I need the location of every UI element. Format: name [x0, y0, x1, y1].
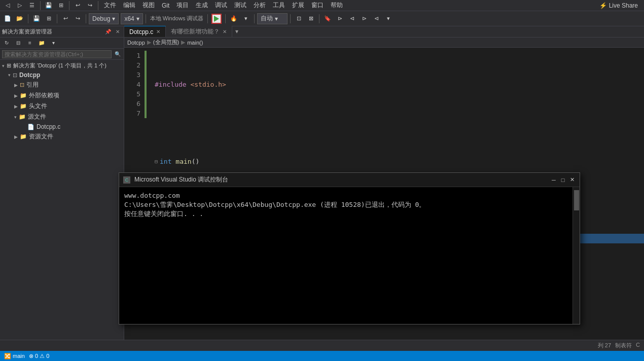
breadcrumb-sep1: ▶ — [147, 39, 151, 46]
console-minimize-btn[interactable]: ─ — [550, 176, 557, 184]
console-scrollbar[interactable] — [573, 187, 580, 324]
menu-icon-save[interactable]: 💾 — [43, 0, 54, 11]
bottom-bar-right: 列 27 制表符 C — [598, 342, 640, 349]
tb-nav1[interactable]: ⊳ — [334, 13, 345, 24]
tb-nav3[interactable]: ⊳ — [359, 13, 370, 24]
menu-edit[interactable]: 编辑 — [120, 0, 138, 11]
solution-icon: ⊞ — [7, 62, 11, 69]
tb-nav4[interactable]: ⊲ — [371, 13, 382, 24]
collapse-btn-3[interactable]: ⊟ — [155, 157, 158, 166]
tab-dotcpp-close[interactable]: ✕ — [156, 29, 160, 34]
menu-extensions[interactable]: 扩展 — [289, 0, 307, 11]
console-maximize-btn[interactable]: □ — [559, 176, 566, 184]
console-scroll-thumb[interactable] — [574, 190, 579, 210]
menu-tools[interactable]: 工具 — [270, 0, 288, 11]
breadcrumb-symbol[interactable]: main() — [187, 40, 203, 46]
tb-profiler[interactable]: ⊠ — [305, 13, 316, 24]
se-dotcpp-label: Dotcpp.c — [37, 123, 60, 130]
tb-more1[interactable]: ▾ — [240, 13, 252, 24]
menu-help[interactable]: 帮助 — [328, 0, 346, 11]
se-tb-filter[interactable]: ≡ — [24, 38, 35, 49]
se-search-icon[interactable]: 🔍 — [114, 50, 122, 58]
tsep8 — [290, 14, 291, 23]
status-bar: 🔀 main ⊗ 0 ⚠ 0 — [0, 351, 644, 361]
se-project-label: Dotcpp — [19, 71, 40, 79]
code-line-3: ⊟ int main() — [155, 157, 644, 166]
menu-project[interactable]: 项目 — [173, 0, 192, 11]
platform-dropdown[interactable]: x64 ▾ — [121, 13, 142, 24]
tab-dotcpp-label: Dotcpp.c — [129, 28, 153, 35]
se-res-label: 资源文件 — [29, 132, 53, 141]
extdep-folder-icon: 📁 — [20, 92, 27, 99]
menu-window[interactable]: 窗口 — [308, 0, 327, 11]
tb-saveall2[interactable]: ⊞ — [43, 13, 54, 24]
menu-icon-back[interactable]: ◁ — [2, 0, 13, 11]
tb-undo2[interactable]: ↩ — [60, 13, 71, 24]
se-search-input[interactable] — [2, 50, 112, 58]
se-item-headers[interactable]: ▶ 📁 头文件 — [0, 101, 124, 112]
menu-icon-saveall[interactable]: ⊞ — [55, 0, 66, 11]
live-share-btn[interactable]: ⚡ Live Share — [595, 2, 642, 9]
se-item-sources[interactable]: ▾ 📁 源文件 — [0, 112, 124, 122]
console-app-icon-inner: C — [125, 177, 129, 183]
ref-folder-icon: ⊡ — [20, 82, 24, 88]
menu-file[interactable]: 文件 — [101, 0, 119, 11]
menu-build[interactable]: 生成 — [193, 0, 211, 11]
debug-dropdown[interactable]: Debug ▾ — [89, 13, 119, 24]
run-button[interactable] — [210, 13, 223, 25]
se-tb-collapse[interactable]: ⊟ — [13, 38, 24, 49]
se-solution-label: 解决方案 'Dotcpp' (1 个项目，共 1 个) — [13, 62, 106, 69]
header-folder-icon: 📁 — [20, 103, 27, 110]
include-file: <stdio.h> — [190, 80, 226, 89]
menu-icon-redo[interactable]: ↪ — [84, 0, 95, 11]
menu-analyze[interactable]: 分析 — [251, 0, 269, 11]
tb-savefile[interactable]: 💾 — [31, 13, 42, 24]
breadcrumb-scope[interactable]: (全局范围) — [153, 39, 179, 46]
hotreload-icon[interactable]: 🔥 — [228, 13, 239, 24]
se-item-extdeps[interactable]: ▶ 📁 外部依赖项 — [0, 90, 124, 101]
menu-debug[interactable]: 调试 — [212, 0, 230, 11]
tb-newfile[interactable]: 📄 — [2, 13, 13, 24]
menu-git[interactable]: Git — [159, 1, 172, 10]
sep1 — [40, 1, 41, 10]
tab-more-btn[interactable]: ▾ — [232, 26, 241, 37]
tab-whatsnew[interactable]: 有哪些新增功能？ ✕ — [166, 26, 232, 37]
menu-icon-undo[interactable]: ↩ — [72, 0, 83, 11]
se-item-dotcpp[interactable]: 📄 Dotcpp.c — [0, 122, 124, 131]
se-pin-icon[interactable]: 📌 — [104, 28, 112, 36]
menu-icon-forward[interactable]: ▷ — [14, 0, 25, 11]
menu-test[interactable]: 测试 — [231, 0, 249, 11]
se-close-icon[interactable]: ✕ — [114, 28, 122, 36]
tab-whatsnew-close[interactable]: ✕ — [223, 29, 227, 34]
se-tb-more[interactable]: ▾ — [48, 38, 59, 49]
auto-dropdown[interactable]: 自动 ▾ — [257, 13, 288, 24]
status-git: 🔀 main — [4, 353, 25, 359]
ref-chevron: ▶ — [14, 83, 18, 88]
menu-view[interactable]: 视图 — [139, 0, 158, 11]
live-share-icon: ⚡ — [599, 2, 607, 9]
se-project-node[interactable]: ▾ ⊡ Dotcpp — [0, 70, 124, 80]
se-title-bar: 解决方案资源管理器 📌 ✕ — [0, 26, 124, 38]
sep2 — [69, 1, 69, 10]
console-close-btn[interactable]: ✕ — [568, 176, 576, 184]
tb-bookmark[interactable]: 🔖 — [322, 13, 333, 24]
tb-more2[interactable]: ▾ — [383, 13, 394, 24]
ln-3: 3 — [124, 70, 140, 80]
tb-open[interactable]: 📂 — [14, 13, 25, 24]
auto-label: 自动 — [261, 14, 273, 23]
tb-diagnostic[interactable]: ⊡ — [293, 13, 304, 24]
se-item-resources[interactable]: ▶ 📁 资源文件 — [0, 131, 124, 142]
run-btn-inner — [211, 14, 222, 24]
se-tb-files[interactable]: 📁 — [36, 38, 47, 49]
se-tb-sync[interactable]: ↻ — [1, 38, 12, 49]
res-folder-icon: 📁 — [20, 133, 27, 140]
se-solution-node[interactable]: ▾ ⊞ 解决方案 'Dotcpp' (1 个项目，共 1 个) — [0, 61, 124, 70]
se-search-bar: 🔍 — [0, 49, 124, 60]
col-info: 列 27 — [598, 342, 611, 349]
menu-icon-recent[interactable]: ☰ — [26, 0, 38, 11]
breadcrumb-project[interactable]: Dotcpp — [127, 40, 145, 46]
se-item-references[interactable]: ▶ ⊡ 引用 — [0, 80, 124, 90]
tab-dotcpp[interactable]: Dotcpp.c ✕ — [124, 26, 166, 37]
tb-redo2[interactable]: ↪ — [72, 13, 83, 24]
tb-nav2[interactable]: ⊲ — [346, 13, 357, 24]
